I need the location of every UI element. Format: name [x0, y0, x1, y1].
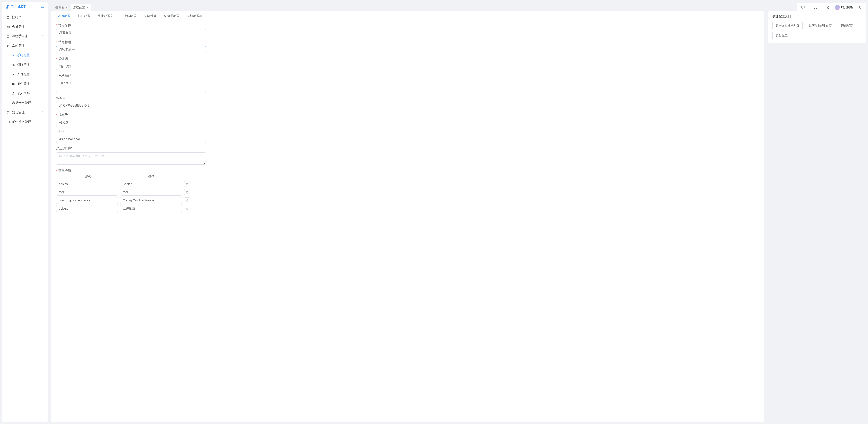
svg-point-3	[7, 26, 8, 27]
field-forbid-ip: 禁止访问IP	[56, 146, 759, 165]
kv-val-input[interactable]	[120, 205, 182, 212]
chevron-down-icon: ˅	[42, 101, 43, 104]
kv-val-input[interactable]	[120, 181, 182, 187]
menu-label: AI助手管理	[12, 34, 28, 38]
submenu-item[interactable]: 附件管理	[2, 79, 48, 89]
config-tab[interactable]: 快捷配置入口	[94, 11, 120, 21]
submenu-item[interactable]: 系统配置	[2, 51, 48, 60]
delete-row-button[interactable]	[184, 181, 190, 187]
close-icon[interactable]: ✕	[65, 6, 68, 9]
submenu-mail[interactable]: 邮件发送管理˅	[2, 117, 48, 127]
kv-key-input[interactable]	[56, 189, 118, 196]
kv-val-input[interactable]	[120, 189, 182, 196]
svg-point-9	[13, 74, 13, 75]
config-tab[interactable]: 添加配置项	[183, 11, 206, 21]
submenu-chat[interactable]: 短信管理˅	[2, 108, 48, 117]
quick-config-button[interactable]: 数据回收规则配置	[772, 22, 803, 29]
page-tabs: 控制台✕系统配置✕	[50, 2, 91, 11]
delete-row-button[interactable]	[184, 205, 190, 211]
config-tab[interactable]: 邮件配置	[74, 11, 94, 21]
brand-icon	[5, 4, 10, 9]
chevron-up-icon: ˄	[42, 44, 43, 47]
user-menu[interactable]: 时光网络	[833, 5, 855, 10]
submenu-shield[interactable]: 数据安全管理˅	[2, 98, 48, 108]
label-site-name: *站点名称	[56, 23, 759, 27]
quick-config-button[interactable]: 短信配置	[838, 22, 856, 29]
kv-key-input[interactable]	[56, 197, 118, 204]
trash-icon[interactable]	[823, 3, 833, 11]
config-tab[interactable]: 上传配置	[120, 11, 140, 21]
collapse-sidebar-icon[interactable]	[41, 5, 44, 9]
chevron-down-icon: ˅	[42, 111, 43, 114]
submenu-gears[interactable]: 常规管理˄	[2, 41, 48, 51]
username: 时光网络	[841, 5, 853, 9]
cube-icon	[6, 35, 10, 38]
brand-text: ThinkCT	[11, 5, 26, 9]
delete-row-button[interactable]	[184, 189, 190, 195]
main-area: 控制台✕系统配置✕ 时光网络	[48, 0, 868, 422]
quick-config-buttons: 数据回收规则配置敏感数据规则配置短信配置支付配置	[772, 22, 862, 39]
config-tab[interactable]: AI助手配置	[160, 11, 183, 21]
submenu-label: 权限管理	[17, 63, 30, 67]
svg-point-7	[12, 64, 13, 65]
config-tab[interactable]: 字词过滤	[140, 11, 160, 21]
submenu-cube[interactable]: AI助手管理˅	[2, 32, 48, 41]
page-tab[interactable]: 系统配置✕	[70, 4, 91, 11]
field-config-group: *配置分组 键名 键值	[56, 169, 759, 212]
kv-row	[56, 197, 759, 204]
input-site-title[interactable]	[56, 46, 206, 53]
tab-label: 控制台	[55, 5, 64, 9]
input-keywords[interactable]	[56, 63, 206, 70]
menu-label: 控制台	[12, 15, 22, 19]
menu-item-dashboard[interactable]: 控制台	[2, 12, 48, 22]
gears-icon	[6, 44, 10, 47]
svg-rect-0	[6, 7, 7, 8]
kv-key-input[interactable]	[56, 181, 118, 187]
gear-icon	[11, 54, 15, 57]
input-icp[interactable]	[56, 102, 206, 109]
menu-label: 邮件发送管理	[12, 120, 31, 124]
delete-row-button[interactable]	[184, 197, 190, 203]
field-site-title: *站点标题	[56, 40, 759, 53]
gear-icon	[11, 73, 15, 76]
content-area: 基础配置邮件配置快捷配置入口上传配置字词过滤AI助手配置添加配置项 *站点名称 …	[48, 11, 868, 422]
sidebar: ThinkCT 控制台会员管理˅AI助手管理˅常规管理˄系统配置权限管理˅支付配…	[2, 2, 48, 422]
submenu-label: 个人资料	[17, 91, 30, 95]
input-timezone[interactable]	[56, 135, 206, 143]
monitor-icon[interactable]	[798, 3, 808, 11]
submenu-id-card[interactable]: 会员管理˅	[2, 22, 48, 32]
field-description: *网站描述 ThinkCT	[56, 74, 759, 93]
submenu-item[interactable]: 支付配置	[2, 70, 48, 79]
field-version: *版本号	[56, 113, 759, 126]
field-icp: 备案号	[56, 96, 759, 109]
config-tab[interactable]: 基础配置	[54, 11, 74, 21]
input-site-name[interactable]	[56, 29, 206, 36]
quick-config-button[interactable]: 支付配置	[772, 32, 791, 39]
form-panel: 基础配置邮件配置快捷配置入口上传配置字词过滤AI助手配置添加配置项 *站点名称 …	[51, 11, 764, 422]
menu-label: 数据安全管理	[12, 101, 31, 105]
avatar	[835, 5, 840, 10]
quick-config-button[interactable]: 敏感数据规则配置	[805, 22, 835, 29]
textarea-forbid-ip[interactable]	[56, 152, 206, 165]
label-config-group: *配置分组	[56, 169, 759, 173]
kv-val-input[interactable]	[120, 197, 182, 204]
textarea-description[interactable]: ThinkCT	[56, 79, 206, 92]
brand-logo[interactable]: ThinkCT	[5, 4, 26, 9]
close-icon[interactable]: ✕	[86, 6, 89, 9]
field-timezone: *时区	[56, 130, 759, 143]
input-version[interactable]	[56, 119, 206, 126]
kv-head-val: 键值	[120, 175, 183, 179]
folder-icon	[11, 82, 15, 86]
quick-config-card: 快捷配置入口 数据回收规则配置敏感数据规则配置短信配置支付配置	[768, 11, 866, 43]
mail-icon	[6, 120, 10, 124]
form-body: *站点名称 *站点标题 *关键词 *网站描述 ThinkCT	[51, 21, 764, 422]
submenu-label: 支付配置	[17, 72, 30, 76]
submenu-item[interactable]: 权限管理˅	[2, 60, 48, 70]
svg-point-14	[860, 8, 861, 9]
field-site-name: *站点名称	[56, 23, 759, 36]
fullscreen-icon[interactable]	[810, 3, 820, 11]
kv-key-input[interactable]	[56, 205, 118, 212]
page-tab[interactable]: 控制台✕	[53, 4, 70, 11]
submenu-item[interactable]: 个人资料	[2, 89, 48, 98]
settings-gears-icon[interactable]	[855, 3, 865, 11]
